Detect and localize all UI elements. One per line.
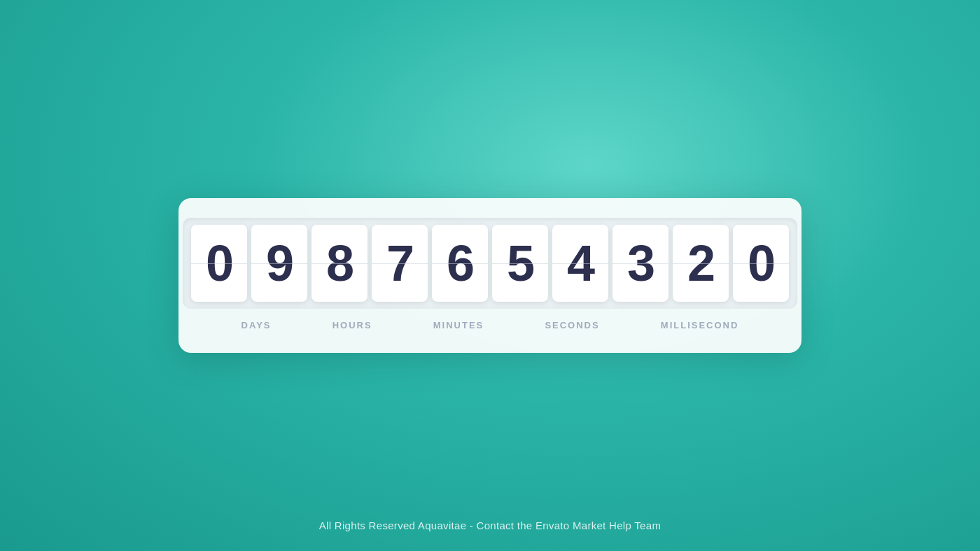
label-hours-text: HOURS xyxy=(332,320,372,330)
digit-value-minutes-1: 6 xyxy=(447,238,473,288)
digit-value-days-2: 9 xyxy=(266,238,293,288)
label-days-text: DAYS xyxy=(241,320,272,330)
label-minutes-text: MINUTES xyxy=(433,320,484,330)
digit-cell-ms-1: 2 xyxy=(673,225,729,302)
digit-cell-seconds-2: 3 xyxy=(612,225,668,302)
digit-value-ms-2: 0 xyxy=(748,238,774,288)
label-seconds: SECONDS xyxy=(545,320,599,330)
digit-value-hours-2: 7 xyxy=(386,238,413,288)
labels-row: DAYS HOURS MINUTES SECONDS MILLISECOND xyxy=(206,320,774,330)
digit-cell-hours-2: 7 xyxy=(372,225,428,302)
digit-value-hours-1: 8 xyxy=(326,238,353,288)
digit-cell-hours-1: 8 xyxy=(312,225,368,302)
digit-cell-minutes-1: 6 xyxy=(432,225,488,302)
digit-value-ms-1: 2 xyxy=(687,238,714,288)
digit-value-minutes-2: 5 xyxy=(507,238,533,288)
label-seconds-text: SECONDS xyxy=(545,320,599,330)
digits-row: 0 9 8 7 6 5 4 3 2 0 xyxy=(183,218,797,309)
label-days: DAYS xyxy=(241,320,272,330)
digit-cell-seconds-1: 4 xyxy=(552,225,608,302)
label-millisecond-text: MILLISECOND xyxy=(661,320,739,330)
digit-value-seconds-2: 3 xyxy=(627,238,654,288)
digit-cell-minutes-2: 5 xyxy=(492,225,548,302)
countdown-card: 0 9 8 7 6 5 4 3 2 0 xyxy=(178,198,802,353)
label-minutes: MINUTES xyxy=(433,320,484,330)
label-millisecond: MILLISECOND xyxy=(661,320,739,330)
digit-cell-ms-2: 0 xyxy=(733,225,789,302)
digit-value-seconds-1: 4 xyxy=(567,238,594,288)
label-hours: HOURS xyxy=(332,320,372,330)
digit-cell-days-1: 0 xyxy=(191,225,247,302)
footer-text: All Rights Reserved Aquavitae - Contact … xyxy=(0,519,980,531)
digit-cell-days-2: 9 xyxy=(251,225,307,302)
digit-value-days-1: 0 xyxy=(206,238,232,288)
